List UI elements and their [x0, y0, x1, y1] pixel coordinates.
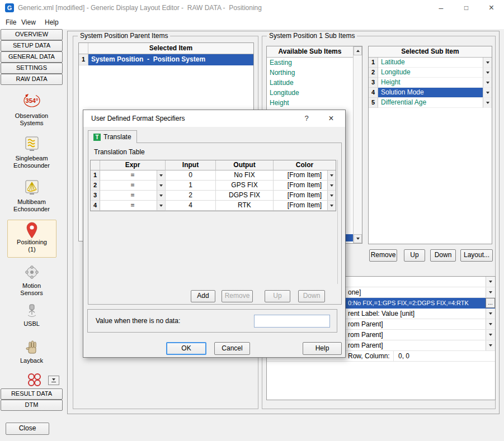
selected-row[interactable]: 1 Latitude — [369, 58, 492, 68]
output-cell[interactable]: No FIX — [216, 170, 274, 181]
selected-row[interactable]: 5 Differential Age — [369, 98, 492, 108]
selected-row[interactable]: 2 Longitude — [369, 68, 492, 78]
color-cell[interactable]: [From Item] — [274, 181, 336, 191]
input-cell[interactable]: 1 — [166, 181, 216, 191]
color-cell[interactable]: [From Item] — [274, 201, 336, 211]
sidebar-item-usbl[interactable]: USBL — [3, 303, 60, 328]
selected-row[interactable]: 3 Height — [369, 78, 492, 88]
input-cell[interactable]: 4 — [166, 201, 216, 211]
dialog-up-button[interactable]: Up — [265, 290, 290, 302]
help-button[interactable]: Help — [303, 342, 342, 355]
menu-view[interactable]: View — [18, 16, 39, 29]
input-cell[interactable]: 0 — [166, 170, 216, 181]
caret-down-icon — [486, 61, 489, 64]
row-column-value: 0, 0 — [393, 351, 495, 361]
maximize-button[interactable]: □ — [454, 0, 479, 16]
ok-button[interactable]: OK — [166, 342, 206, 355]
color-cell[interactable]: [From Item] — [274, 170, 336, 181]
layout-button[interactable]: Layout... — [460, 249, 493, 262]
expr-cell[interactable]: = — [100, 170, 166, 181]
available-list-scrollbar[interactable] — [353, 46, 362, 243]
nav-setup-data[interactable]: SETUP DATA — [1, 40, 63, 51]
output-cell[interactable]: GPS FIX — [216, 181, 274, 191]
row-column-label: Row, Column: — [348, 351, 393, 361]
up-button[interactable]: Up — [404, 249, 425, 262]
sidebar-item-observation-systems[interactable]: 354° Observation Systems — [3, 89, 60, 127]
dialog-help-button[interactable]: ? — [297, 110, 316, 127]
expr-dropdown-button[interactable] — [157, 191, 165, 200]
property-dropdown-button[interactable] — [486, 287, 495, 297]
expr-dropdown-button[interactable] — [157, 181, 165, 190]
available-item[interactable]: Height — [267, 98, 353, 108]
usbl-icon — [24, 303, 40, 319]
translation-row: 1 = 0 No FIX [From Item] — [91, 170, 336, 181]
translate-tab-page: Translation Table Expr Input Output Colo… — [88, 143, 342, 305]
scroll-down-button[interactable] — [354, 234, 362, 243]
row-dropdown-button[interactable] — [483, 68, 492, 78]
nav-overview[interactable]: OVERVIEW — [1, 29, 63, 40]
nav-general-data[interactable]: GENERAL DATA — [1, 51, 63, 63]
close-window-button[interactable]: × — [479, 0, 504, 16]
nav-result-data[interactable]: RESULT DATA — [1, 388, 63, 400]
output-cell[interactable]: DGPS FIX — [216, 191, 274, 201]
row-dropdown-button[interactable] — [483, 88, 492, 98]
cancel-button[interactable]: Cancel — [214, 342, 250, 355]
tab-translate[interactable]: T Translate — [88, 130, 137, 143]
nav-settings[interactable]: SETTINGS — [1, 63, 63, 74]
no-data-label: Value when there is no data: — [96, 317, 180, 325]
more-items-dropdown-button[interactable] — [48, 376, 59, 385]
sidebar-item-motion-sensors[interactable]: Motion Sensors — [3, 264, 60, 297]
menu-file[interactable]: File — [2, 16, 20, 29]
sidebar-item-multibeam[interactable]: Multibeam Echosounder — [3, 179, 60, 213]
color-dropdown-button[interactable] — [327, 170, 336, 180]
expr-cell[interactable]: = — [100, 201, 166, 211]
expr-cell[interactable]: = — [100, 181, 166, 191]
available-item[interactable]: Longitude — [267, 88, 353, 98]
nav-dtm[interactable]: DTM — [1, 400, 63, 411]
row-dropdown-button[interactable] — [483, 58, 492, 68]
expr-dropdown-button[interactable] — [157, 201, 165, 210]
nav-raw-data[interactable]: RAW DATA — [1, 74, 63, 85]
property-dropdown-button[interactable] — [486, 309, 495, 319]
dialog-titlebar: User Defined Format Specifiers ? × — [83, 110, 345, 127]
dialog-remove-button[interactable]: Remove — [222, 290, 253, 302]
dialog-add-button[interactable]: Add — [191, 290, 215, 302]
parent-row[interactable]: 1 System Position - Position System — [79, 54, 253, 65]
output-cell[interactable]: RTK — [216, 201, 274, 211]
sidebar-item-singlebeam[interactable]: Singlebeam Echosounder — [3, 135, 60, 169]
positioning-pin-icon — [25, 222, 39, 239]
menu-help[interactable]: Help — [41, 16, 62, 29]
close-app-button[interactable]: Close — [6, 423, 49, 435]
available-item[interactable]: Latitude — [267, 78, 353, 88]
property-dropdown-button[interactable] — [486, 330, 495, 340]
ellipsis-button[interactable]: ... — [486, 298, 495, 308]
down-button[interactable]: Down — [430, 249, 456, 262]
color-cell[interactable]: [From Item] — [274, 191, 336, 201]
available-item[interactable]: Easting — [267, 58, 353, 68]
color-dropdown-button[interactable] — [327, 191, 336, 200]
no-data-input[interactable] — [254, 315, 330, 328]
caret-down-icon — [330, 184, 333, 187]
sidebar-item-positioning[interactable]: Positioning (1) — [7, 220, 56, 258]
color-dropdown-button[interactable] — [327, 181, 336, 190]
color-dropdown-button[interactable] — [327, 201, 336, 210]
dialog-close-button[interactable]: × — [322, 110, 341, 127]
property-dropdown-button[interactable] — [486, 277, 495, 287]
available-list-header: Available Sub Items — [267, 46, 353, 58]
input-cell[interactable]: 2 — [166, 191, 216, 201]
expr-cell[interactable]: = — [100, 191, 166, 201]
row-dropdown-button[interactable] — [483, 78, 492, 88]
parent-table-header: Selected Item — [79, 43, 253, 54]
sidebar-item-layback[interactable]: Layback — [3, 340, 60, 364]
caret-down-icon — [159, 205, 163, 207]
expr-dropdown-button[interactable] — [157, 170, 165, 180]
dialog-down-button[interactable]: Down — [298, 290, 325, 302]
row-dropdown-button[interactable] — [483, 98, 492, 108]
selected-row-active[interactable]: 4 Solution Mode — [369, 88, 492, 98]
remove-button[interactable]: Remove — [369, 249, 397, 262]
available-item[interactable]: Northing — [267, 68, 353, 78]
property-dropdown-button[interactable] — [486, 340, 495, 350]
scroll-up-button[interactable] — [354, 46, 362, 55]
property-dropdown-button[interactable] — [486, 319, 495, 329]
minimize-button[interactable]: – — [428, 0, 454, 16]
